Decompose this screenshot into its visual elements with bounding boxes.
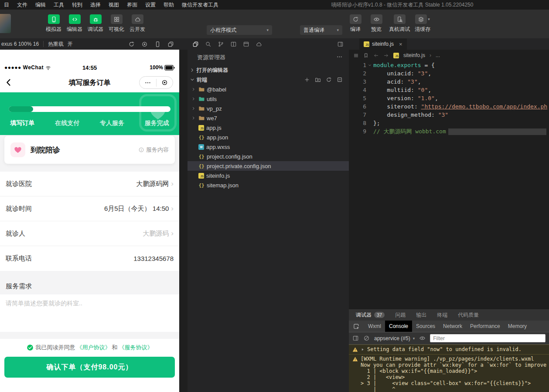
- breadcrumb-more[interactable]: ...: [436, 52, 440, 58]
- menu-item[interactable]: 工具: [50, 0, 68, 10]
- service-agreement-link[interactable]: 《服务协议》: [119, 344, 153, 351]
- form-row[interactable]: 就诊人大鹏源码›: [0, 221, 179, 246]
- service-content-link[interactable]: 服务内容: [138, 146, 169, 154]
- new-file-icon[interactable]: [304, 77, 310, 83]
- inspect-icon[interactable]: [353, 323, 360, 330]
- record-icon[interactable]: [141, 41, 148, 47]
- clear-cache-button[interactable]: ▾清缓存: [412, 14, 433, 33]
- devtools-tab-memory[interactable]: Memory: [504, 321, 531, 332]
- hot-reload-toggle[interactable]: 热重载 开: [48, 41, 72, 48]
- form-row[interactable]: 就诊医院大鹏源码网›: [0, 172, 179, 196]
- tree-file-app-json[interactable]: {}app.json: [188, 132, 349, 142]
- menu-item[interactable]: 视图: [105, 0, 123, 10]
- tree-file-app-wxss[interactable]: Wapp.wxss: [188, 142, 349, 152]
- section-root-folder[interactable]: 前端: [188, 75, 349, 84]
- visual-button[interactable]: 可视化: [106, 14, 127, 33]
- form-row[interactable]: 联系电话13312345678: [0, 246, 179, 271]
- debugger-tab[interactable]: 输出: [416, 311, 426, 319]
- preview-button[interactable]: 预览: [366, 14, 387, 33]
- debugger-tab[interactable]: 调试器37: [356, 311, 385, 319]
- menu-item[interactable]: 界面: [123, 0, 141, 10]
- cloud-icon[interactable]: [256, 41, 262, 47]
- close-icon[interactable]: ×: [399, 41, 402, 47]
- layout-icon[interactable]: [230, 41, 237, 47]
- tree-file-sitemap-json[interactable]: {}sitemap.json: [188, 180, 349, 190]
- code-line[interactable]: 2 uniacid: "3",: [349, 69, 549, 78]
- devtools-tab-performance[interactable]: Performance: [466, 321, 504, 332]
- files-icon[interactable]: [192, 41, 199, 47]
- real-device-button[interactable]: 真机调试: [387, 14, 412, 33]
- check-circle-icon[interactable]: [27, 344, 34, 351]
- screenshot-icon[interactable]: [167, 41, 174, 47]
- menu-item[interactable]: 转到: [68, 0, 86, 10]
- search-icon[interactable]: [205, 41, 211, 47]
- outline-icon[interactable]: [353, 53, 359, 58]
- collapse-sidebar-icon[interactable]: [337, 41, 344, 47]
- clear-console-icon[interactable]: [363, 335, 370, 341]
- simulator-button[interactable]: 模拟器: [43, 14, 64, 33]
- bookmark-icon[interactable]: [363, 53, 369, 58]
- code-line[interactable]: 5 version: "1.0",: [349, 94, 549, 102]
- menu-item[interactable]: 目: [0, 0, 13, 10]
- code-line[interactable]: 4 multiid: "0",: [349, 86, 549, 94]
- arrow-left-icon[interactable]: [373, 53, 379, 58]
- tree-folder-vp-pz[interactable]: vp_pz: [188, 104, 349, 113]
- menu-item[interactable]: 设置: [141, 0, 160, 10]
- console-filter-input[interactable]: [430, 334, 546, 342]
- devtools-tab-console[interactable]: Console: [385, 321, 412, 332]
- code-line[interactable]: 1module.exports = {: [349, 61, 549, 69]
- debugger-tab[interactable]: 问题: [395, 311, 406, 319]
- code-line[interactable]: 3 acid: "3",: [349, 78, 549, 86]
- device-select[interactable]: exus 6 100% 16: [1, 41, 39, 47]
- git-branch-icon[interactable]: [218, 41, 224, 47]
- menu-item[interactable]: 微信开发者工具: [178, 0, 222, 10]
- devtools-tab-wxml[interactable]: Wxml: [364, 321, 385, 332]
- devtools-tab-network[interactable]: Network: [439, 321, 466, 332]
- tree-folder-utils[interactable]: utils: [188, 94, 349, 104]
- code-line[interactable]: 6 siteroot: "https://demo.ttbobo.com/app…: [349, 102, 549, 111]
- devtools-tab-sources[interactable]: Sources: [412, 321, 439, 332]
- menu-item[interactable]: 帮助: [160, 0, 178, 10]
- menu-item[interactable]: 编辑: [31, 0, 50, 10]
- form-row[interactable]: 就诊时间6月5日（今天） 14:50›: [0, 196, 179, 221]
- cloud-button[interactable]: 云开发: [127, 14, 148, 33]
- eye-icon[interactable]: [419, 335, 426, 341]
- breadcrumb-file[interactable]: siteinfo.js: [403, 52, 425, 58]
- tree-folder--babel[interactable]: @babel: [188, 84, 349, 94]
- menu-item[interactable]: 选择: [86, 0, 105, 10]
- debugger-tab[interactable]: 代码质量: [458, 311, 479, 319]
- chevron-down-icon[interactable]: [368, 63, 372, 68]
- tree-folder-we7[interactable]: we7: [188, 113, 349, 123]
- debugger-tab[interactable]: 终端: [437, 311, 447, 319]
- code-line[interactable]: 9// 大鹏源码网 wobbt.com: [349, 127, 549, 135]
- console-warning-message[interactable]: [WXML Runtime warning] ./vp_pz/pages/ind…: [349, 355, 549, 392]
- console-warning-message[interactable]: Setting data field "now" to undefined is…: [349, 345, 549, 355]
- tree-file-project-private-config-json[interactable]: {}project.private.config.json: [188, 161, 349, 171]
- capsule-more-icon[interactable]: [140, 79, 156, 86]
- context-select[interactable]: appservice (#5) ▾: [374, 335, 415, 341]
- more-actions-button[interactable]: [336, 54, 343, 61]
- submit-order-button[interactable]: 确认下单（支付98.00元）: [4, 357, 175, 378]
- window-icon[interactable]: [243, 41, 249, 47]
- tab-siteinfo-js[interactable]: JS siteinfo.js ×: [359, 38, 407, 50]
- collapse-all-icon[interactable]: [337, 77, 343, 83]
- menu-item[interactable]: 文件: [13, 0, 31, 10]
- capsule-target-icon[interactable]: [157, 79, 173, 86]
- section-open-editors[interactable]: 打开的编辑器: [188, 65, 349, 75]
- debugger-button[interactable]: 调试器: [85, 14, 106, 33]
- user-agreement-link[interactable]: 《用户协议》: [77, 344, 111, 351]
- editor-button[interactable]: 编辑器: [64, 14, 85, 33]
- tree-file-project-config-json[interactable]: {}project.config.json: [188, 152, 349, 161]
- compile-button[interactable]: 编译: [345, 14, 366, 33]
- code-line[interactable]: 7 design_method: "3": [349, 111, 549, 119]
- tree-file-app-js[interactable]: JSapp.js: [188, 123, 349, 132]
- new-folder-icon[interactable]: [315, 77, 321, 83]
- demand-textarea[interactable]: [0, 294, 179, 332]
- refresh-icon[interactable]: [326, 77, 332, 83]
- mode-select[interactable]: 小程序模式 ▾: [207, 25, 272, 35]
- refresh-icon[interactable]: [128, 41, 135, 47]
- phone-icon[interactable]: [154, 41, 161, 47]
- code-line[interactable]: 8};: [349, 119, 549, 127]
- arrow-right-icon[interactable]: [383, 53, 389, 58]
- user-avatar[interactable]: [0, 14, 11, 33]
